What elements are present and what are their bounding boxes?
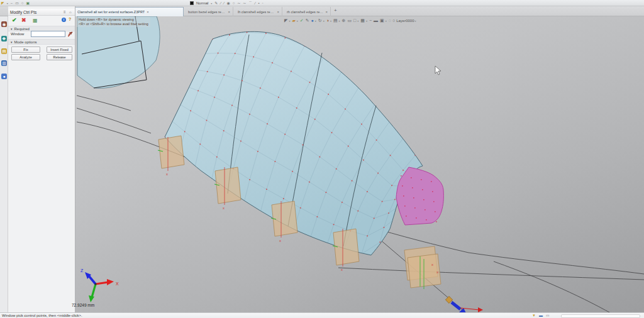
new-tab-button[interactable]: +	[334, 8, 337, 13]
section-mode-label: Mode options	[14, 40, 36, 44]
history-tree-icon[interactable]: ✚	[1, 36, 7, 41]
quick-access-toolbar: ◤ ▾ − ▭ ○ ▣ Normal ▾ ✎ ∕ ∕ ◉ ○ ∼ ∼ ⌒ ∕ •…	[0, 0, 644, 6]
section-mode-options[interactable]: ▼Mode options	[8, 39, 75, 45]
panel-toolbar: ✔ ✖ ▦ i ?	[8, 16, 75, 25]
close-icon[interactable]: ×	[228, 10, 230, 14]
datum-arrows[interactable]	[445, 296, 483, 312]
svg-text:x: x	[436, 270, 438, 274]
dropdown-caret-icon[interactable]: ▾	[297, 19, 298, 23]
status-input-area[interactable]	[561, 314, 640, 318]
display-status-icon[interactable]: ▬	[539, 314, 543, 318]
window-field-label: Window	[11, 32, 24, 36]
monitor-icon[interactable]: ▬	[374, 18, 378, 23]
layers-view-icon[interactable]: ▦	[360, 18, 365, 23]
assembly-icon[interactable]: ▥	[1, 60, 7, 66]
window-select-icon[interactable]: ▭	[347, 18, 352, 23]
spline-icon[interactable]: ∼	[237, 1, 240, 5]
coordinate-triad: X Z	[80, 268, 119, 302]
manager-folder-icon[interactable]: ▤	[1, 48, 7, 54]
dropdown-caret-icon[interactable]: ▾	[339, 19, 340, 23]
chevron-down-icon[interactable]: ▾	[414, 19, 416, 23]
graphics-viewport[interactable]: x x x x x x	[75, 16, 644, 312]
dropdown-caret-icon[interactable]: ▾	[315, 19, 316, 23]
dropdown-caret-icon[interactable]: ▾	[366, 19, 367, 23]
face-style-icon[interactable]: ▰	[292, 18, 295, 23]
clipboard-icon[interactable]: ▤	[333, 18, 338, 23]
role-user-icon[interactable]: ●	[1, 74, 7, 79]
svg-text:x: x	[341, 268, 343, 271]
pin-icon[interactable]: ⌂	[69, 10, 72, 14]
panel-title: Modify Ctrl Pts	[10, 10, 36, 14]
close-icon[interactable]: ×	[147, 10, 149, 14]
curve-icon[interactable]: ∼	[243, 1, 246, 5]
panel-title-bar[interactable]: Modify Ctrl Pts ≡ ⌂	[8, 9, 75, 16]
dropdown-caret-icon[interactable]: ▾	[386, 19, 387, 23]
layer-circle-icon[interactable]: ○	[392, 18, 395, 23]
minus-icon[interactable]: −	[369, 18, 372, 23]
shade-sphere-icon[interactable]: ●	[311, 18, 314, 23]
target-icon[interactable]: ⊕	[342, 18, 346, 23]
info-icon[interactable]: i	[62, 18, 66, 22]
minus-icon[interactable]: −	[11, 1, 13, 5]
end-cap-surface[interactable]	[396, 167, 443, 225]
screen-icon[interactable]: ▣	[380, 18, 384, 23]
rotate-view-icon[interactable]: ↻	[318, 18, 322, 23]
release-button[interactable]: Release	[47, 54, 72, 60]
dropdown-caret-icon[interactable]: ▾	[330, 19, 331, 23]
menu-icon[interactable]: ≡	[64, 10, 66, 14]
monitor-status-icon[interactable]: ▭	[546, 314, 550, 318]
line2-icon[interactable]: ∕	[223, 1, 224, 5]
close-icon[interactable]: ×	[277, 10, 279, 14]
segment-icon[interactable]: ∕	[255, 1, 255, 5]
sheet-icon[interactable]: ▭	[15, 1, 19, 5]
render-mode-icon[interactable]: ◑	[326, 18, 329, 23]
line-style-select[interactable]: Normal	[196, 1, 208, 5]
line-icon[interactable]: ∕	[220, 1, 221, 5]
ok-check-icon[interactable]: ✔	[12, 17, 17, 23]
close-icon[interactable]: ×	[325, 10, 328, 14]
tab-lh-clamshell[interactable]: lh clamshell edges removed.Z3PRT ×	[235, 7, 282, 16]
arc-icon[interactable]: ⌒	[248, 1, 252, 5]
check-icon[interactable]: ✓	[300, 18, 304, 23]
analyze-button[interactable]: Analyze	[11, 54, 40, 60]
help-icon[interactable]: ?	[69, 17, 71, 21]
pencil-icon[interactable]: ✎	[306, 18, 309, 23]
dropdown-caret-icon[interactable]: ▾	[323, 19, 325, 23]
point-icon[interactable]: •	[258, 1, 259, 5]
pick-filter-icon[interactable]: ◤	[284, 18, 287, 23]
point2-icon[interactable]: ◦	[262, 1, 263, 5]
svg-text:x: x	[431, 263, 433, 266]
select-pointer-icon[interactable]: ◤	[1, 1, 4, 5]
invert-fixed-button[interactable]: Invert Fixed	[47, 47, 72, 53]
layer-info-icon[interactable]: ◌	[389, 18, 391, 23]
mouse-cursor	[435, 66, 441, 75]
panel-view-icon[interactable]: □	[353, 18, 356, 23]
tab-button-bezel[interactable]: button bezel edges removed.Z3PRT ×	[186, 7, 233, 16]
view-navigate-icon[interactable]: ◉	[1, 21, 7, 27]
tab-label: lh clamshell edges removed.Z3PRT	[238, 10, 275, 14]
fix-button[interactable]: Fix	[11, 47, 40, 53]
filter-status-icon[interactable]: ▼	[532, 314, 536, 318]
stamp-icon[interactable]: ▣	[26, 1, 30, 5]
dropdown-caret-icon[interactable]: ▾	[289, 19, 290, 23]
window-input[interactable]	[31, 31, 65, 37]
tab-clamshell-all-set[interactable]: Clamshell all set for extend surfaces.Z3…	[74, 7, 184, 16]
surface-fragment[interactable]	[77, 16, 160, 88]
collapse-arrow-icon: ▼	[10, 41, 13, 44]
tab-rh-clamshell[interactable]: rh clamshell edges removed.Z3PRT ×	[284, 7, 331, 16]
pencil-icon[interactable]: ✎	[214, 1, 218, 5]
circle-tool-icon[interactable]: ○	[21, 1, 24, 5]
line-color-swatch[interactable]	[190, 1, 194, 5]
svg-text:x: x	[279, 239, 281, 243]
circle-icon[interactable]: ○	[233, 1, 235, 5]
status-bar: Window pick control points, then <middle…	[0, 312, 644, 318]
line-style-caret-icon[interactable]: ▾	[211, 2, 212, 5]
circle-center-icon[interactable]: ◉	[226, 1, 230, 5]
apply-grid-icon[interactable]: ▦	[33, 18, 38, 23]
dropdown-caret-icon[interactable]: ▾	[357, 19, 358, 23]
layer-dropdown[interactable]: ◌○Layer0000▾	[389, 18, 416, 23]
cancel-x-icon[interactable]: ✖	[21, 17, 26, 23]
zw3d-application-window: ◤ ▾ − ▭ ○ ▣ Normal ▾ ✎ ∕ ∕ ◉ ○ ∼ ∼ ⌒ ∕ •…	[0, 0, 644, 318]
picker-eyedropper-icon[interactable]	[68, 31, 73, 37]
dropdown-caret-icon[interactable]: ▾	[7, 2, 8, 5]
